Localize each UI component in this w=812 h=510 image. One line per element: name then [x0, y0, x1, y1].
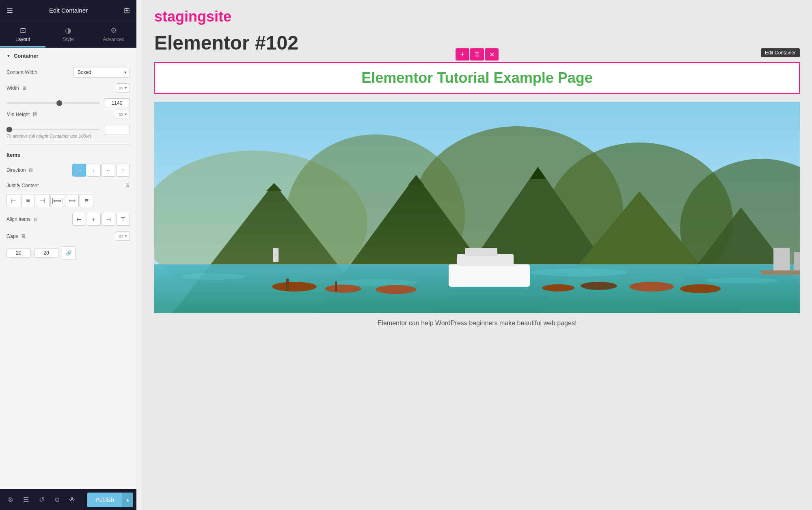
- svg-point-21: [325, 285, 361, 293]
- responsive-btn[interactable]: ⧉: [50, 493, 64, 507]
- tab-style[interactable]: ◑ Style: [45, 21, 91, 48]
- width-unit[interactable]: px ▾: [116, 83, 130, 93]
- tab-advanced-label: Advanced: [103, 37, 124, 42]
- justify-content-label: Justify Content: [6, 183, 125, 188]
- justify-content-row: Justify Content 🖥: [6, 182, 130, 188]
- tab-layout[interactable]: ⊡ Layout: [0, 21, 45, 48]
- layout-icon: ⊡: [20, 26, 26, 35]
- justify-space-evenly-btn[interactable]: ≣: [80, 194, 93, 207]
- svg-rect-32: [794, 252, 800, 272]
- justify-space-around-btn[interactable]: ⟺: [65, 194, 79, 207]
- svg-point-18: [704, 278, 777, 283]
- direction-monitor-icon: 🖥: [28, 167, 33, 173]
- justify-content-buttons: ⊢ ≡ ⊣ |⟺| ⟺ ≣: [6, 194, 130, 207]
- svg-point-29: [629, 282, 674, 292]
- content-width-select[interactable]: Boxed Full Width: [73, 67, 130, 78]
- section-collapse-icon: ▼: [6, 54, 11, 58]
- direction-row: Direction 🖥 → ↓ ← ↑: [6, 164, 130, 177]
- justify-end-btn[interactable]: ⊣: [36, 194, 50, 207]
- hamburger-icon[interactable]: ☰: [6, 6, 13, 15]
- container-toolbar: + ⠿ ✕: [456, 48, 499, 61]
- publish-chevron-btn[interactable]: ▲: [122, 493, 133, 507]
- align-start-btn[interactable]: ⊢: [72, 213, 86, 226]
- container-section-body: Content Width Boxed Full Width Width 🖥 p…: [0, 64, 136, 266]
- divider: [6, 144, 130, 145]
- justify-space-between-btn[interactable]: |⟺|: [50, 194, 64, 207]
- publish-button[interactable]: Publish: [87, 493, 122, 507]
- tab-style-label: Style: [63, 37, 74, 42]
- tab-advanced[interactable]: ⚙ Advanced: [91, 21, 136, 48]
- sidebar-title: Edit Container: [49, 7, 88, 14]
- gaps-row-input[interactable]: [34, 248, 58, 258]
- gaps-controls: px ▾: [116, 231, 130, 241]
- gaps-inputs-row: 🔗: [6, 246, 130, 259]
- items-label: Items: [6, 150, 130, 158]
- svg-point-28: [581, 282, 617, 290]
- svg-rect-25: [465, 248, 497, 256]
- image-container: [154, 102, 800, 313]
- container-section-header[interactable]: ▼ Container: [0, 48, 136, 64]
- width-slider[interactable]: [6, 102, 100, 104]
- settings-footer-btn[interactable]: ⚙: [3, 493, 18, 507]
- canvas-area: stagingsite Elementor #102 + ⠿ ✕ Edit Co…: [142, 0, 812, 341]
- min-height-row: Min Height 🖥 px ▾: [6, 110, 130, 119]
- align-center-btn[interactable]: +: [87, 213, 101, 226]
- site-title: stagingsite: [154, 8, 800, 25]
- navigator-btn[interactable]: ☰: [19, 493, 33, 507]
- direction-column-btn[interactable]: ↓: [87, 164, 101, 177]
- content-width-select-wrapper: Boxed Full Width: [73, 67, 130, 78]
- style-icon: ◑: [65, 26, 71, 35]
- gaps-column-input[interactable]: [6, 248, 31, 258]
- advanced-icon: ⚙: [110, 26, 117, 35]
- justify-monitor-icon: 🖥: [125, 182, 130, 188]
- publish-btn-wrapper: Publish ▲: [87, 493, 133, 507]
- sidebar-collapse-handle[interactable]: ‹: [273, 248, 279, 262]
- gaps-unit[interactable]: px ▾: [116, 231, 130, 241]
- width-monitor-icon: 🖥: [22, 85, 27, 91]
- justify-center-btn[interactable]: ≡: [21, 194, 35, 207]
- align-end-btn[interactable]: ⊣: [102, 213, 115, 226]
- svg-point-15: [181, 273, 246, 280]
- justify-start-btn[interactable]: ⊢: [6, 194, 20, 207]
- align-items-buttons: ⊢ + ⊣ ⊤: [72, 213, 130, 226]
- svg-point-26: [376, 285, 416, 294]
- gaps-link-btn[interactable]: 🔗: [62, 246, 76, 259]
- footer-icons: ⚙ ☰ ↺ ⧉ 👁: [3, 493, 80, 507]
- direction-row-reverse-btn[interactable]: ←: [102, 164, 115, 177]
- direction-row-btn[interactable]: →: [72, 164, 86, 177]
- grid-icon[interactable]: ⊞: [124, 6, 130, 15]
- gaps-label: Gaps 🖥: [6, 233, 116, 239]
- svg-rect-35: [761, 270, 800, 274]
- width-label: Width 🖥: [6, 85, 116, 91]
- svg-rect-22: [335, 281, 337, 292]
- sidebar-content: ▼ Container Content Width Boxed Full Wid…: [0, 48, 136, 489]
- min-height-slider[interactable]: [6, 129, 100, 130]
- svg-rect-23: [449, 264, 530, 287]
- gaps-row: Gaps 🖥 px ▾: [6, 231, 130, 241]
- preview-btn[interactable]: 👁: [65, 493, 80, 507]
- align-items-label: Align Items 🖥: [6, 216, 72, 223]
- history-btn[interactable]: ↺: [34, 493, 49, 507]
- tab-layout-label: Layout: [15, 37, 30, 42]
- gaps-monitor-icon: 🖥: [21, 233, 26, 239]
- content-width-row: Content Width Boxed Full Width: [6, 67, 130, 78]
- sidebar-header: ☰ Edit Container ⊞: [0, 0, 136, 21]
- main-content: stagingsite Elementor #102 + ⠿ ✕ Edit Co…: [142, 0, 812, 510]
- container-heading: Elementor Tutorial Example Page: [155, 63, 799, 93]
- container-close-btn[interactable]: ✕: [485, 48, 499, 61]
- landscape-photo: [154, 102, 800, 313]
- min-height-input[interactable]: [104, 125, 130, 134]
- container-add-btn[interactable]: +: [456, 48, 469, 61]
- sidebar: ☰ Edit Container ⊞ ⊡ Layout ◑ Style ⚙ Ad…: [0, 0, 136, 510]
- section-label: Container: [14, 53, 39, 59]
- min-height-monitor-icon: 🖥: [32, 111, 37, 117]
- svg-point-17: [530, 268, 627, 277]
- width-row: Width 🖥 px ▾: [6, 83, 130, 93]
- container-move-btn[interactable]: ⠿: [470, 48, 484, 61]
- width-input[interactable]: [104, 98, 130, 108]
- min-height-unit[interactable]: px ▾: [116, 110, 130, 119]
- align-stretch-btn[interactable]: ⊤: [116, 213, 130, 226]
- direction-column-reverse-btn[interactable]: ↑: [116, 164, 130, 177]
- elementor-container[interactable]: + ⠿ ✕ Edit Container Elementor Tutorial …: [154, 62, 800, 94]
- min-height-label: Min Height 🖥: [6, 111, 116, 117]
